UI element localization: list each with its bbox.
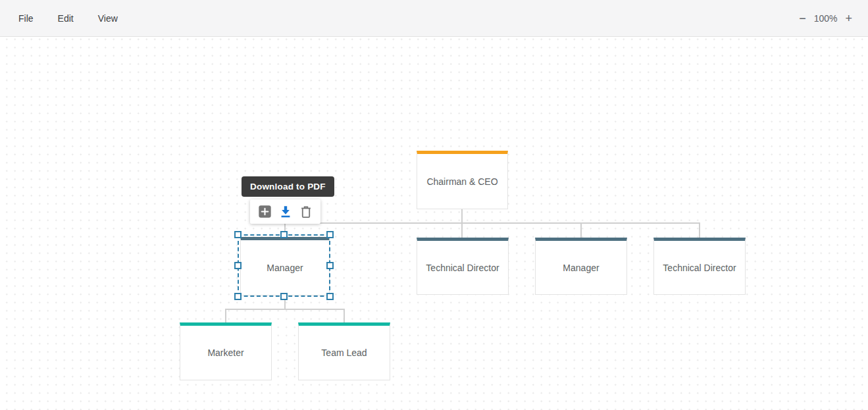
node-technical-director-1[interactable]: Technical Director [417,238,509,295]
node-chairman-ceo[interactable]: Chairman & CEO [417,151,508,209]
connector-drop-marketer [225,309,226,322]
connector-manager-stub [284,296,286,309]
menu-file[interactable]: File [18,13,34,24]
menubar: File Edit View − 100% + [0,0,868,37]
menu-view[interactable]: View [98,13,118,24]
connector-drop-teamlead [344,309,345,322]
download-icon [278,205,293,219]
delete-icon [299,205,313,219]
node-manager-2[interactable]: Manager [535,238,627,295]
node-label: Team Lead [321,347,367,358]
tooltip-download-to-pdf: Download to PDF [242,176,334,197]
add-node-button[interactable] [258,205,272,219]
connector-top-bus [284,222,700,224]
menu-edit[interactable]: Edit [58,13,74,24]
connector-chairman-stub [461,209,463,223]
node-manager-selected[interactable]: Manager [240,237,330,295]
connector-drop-manager-selected [284,222,286,237]
node-label: Manager [267,263,303,273]
zoom-out-button[interactable]: − [795,11,810,26]
tooltip-text: Download to PDF [250,182,326,192]
zoom-level: 100% [814,13,838,24]
node-toolbar [250,199,320,224]
add-node-icon [258,205,272,218]
node-label: Manager [563,263,599,273]
connector-drop-manager2 [580,222,582,238]
download-pdf-button[interactable] [278,205,293,219]
connector-drop-td1 [461,222,463,238]
node-marketer[interactable]: Marketer [180,322,272,380]
node-label: Marketer [207,347,243,358]
zoom-controls: − 100% + [795,11,856,26]
node-label: Technical Director [426,263,499,273]
node-label: Chairman & CEO [426,176,498,187]
connector-bottom-bus [225,309,345,310]
node-team-lead[interactable]: Team Lead [298,322,390,380]
connector-drop-td2 [699,222,700,238]
org-chart-canvas[interactable]: Chairman & CEO Manager Technical Directo… [0,38,868,410]
node-label: Technical Director [663,263,736,273]
delete-node-button[interactable] [299,205,313,219]
zoom-in-button[interactable]: + [841,11,856,26]
node-technical-director-2[interactable]: Technical Director [653,238,746,295]
